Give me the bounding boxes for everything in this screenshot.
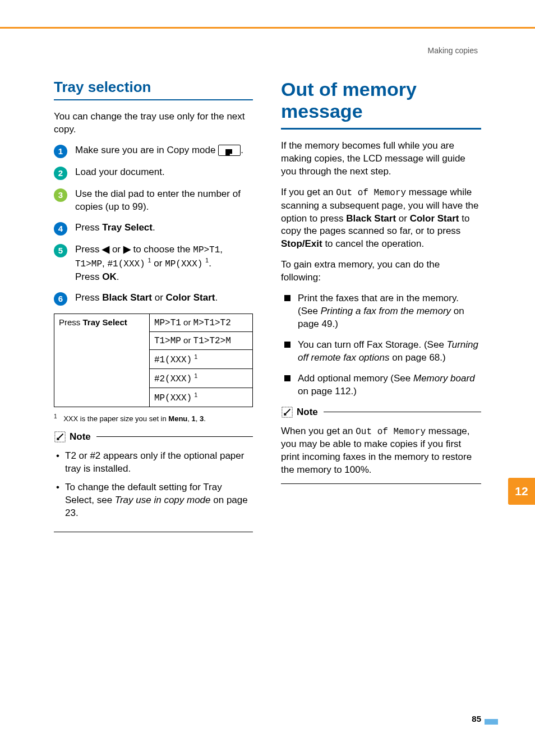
p2-stop-exit: Stop/Exit [281,238,322,249]
step-number-2: 2 [54,167,67,180]
note-icon [281,406,293,418]
rnote-out-of-memory: Out of Memory [356,427,426,437]
note-item-1: T2 or #2 appears only if the optional pa… [56,450,253,476]
step-4-tray-select: Tray Select [102,222,153,233]
p2-black-start: Black Start [346,213,396,224]
table-r1-b: M>T1>T2 [193,318,231,328]
p2-i: to cancel the operation. [322,238,424,249]
p2-e: or [396,213,410,224]
step-6-black-start: Black Start [102,292,152,303]
li2-c: on page 68.) [389,352,445,363]
step-5-or: or [109,244,123,255]
step-1-text-b: . [241,145,243,155]
table-r2-or: or [181,335,193,345]
table-r4-code: #2(XXX) [154,374,192,384]
note-item-2: To change the default setting for Tray S… [56,481,253,520]
table-r3-fn: 1 [194,353,197,360]
table-r3-code: #1(XXX) [154,355,192,365]
rnote-a: When you get an [281,426,356,436]
step-5-press-ok: Press [75,271,102,282]
step-number-5: 5 [54,244,67,257]
content-columns: Tray selection You can change the tray u… [54,79,481,532]
table-r2: T1>MP or T1>T2>M [149,331,252,349]
step-number-6: 6 [54,292,67,306]
right-column: Out of memory message If the memory beco… [281,79,481,532]
page: Making copies Tray selection You can cha… [0,0,535,756]
table-r1-a: MP>T1 [154,318,181,328]
note-icon [54,431,66,443]
table-r5: MP(XXX) 1 [149,388,252,407]
running-head: Making copies [428,46,478,55]
table-r1-or: or [181,317,193,327]
note-body: When you get an Out of Memory message, y… [281,425,481,484]
page-number: 85 [472,714,481,723]
step-6-color-start: Color Start [166,292,215,303]
step-list: 1 Make sure you are in Copy mode . 2 Loa… [54,144,253,306]
right-p3: To gain extra memory, you can do the fol… [281,259,481,284]
step-5-opt4: MP(XXX) [165,259,202,269]
step-5-period: . [209,258,211,269]
step-4-body: Press Tray Select. [75,222,253,234]
footnote-e: , [196,414,200,423]
table-r2-b: T1>T2>M [193,336,231,346]
heading-line-1: Out of memory [281,79,417,100]
table-r4-fn: 1 [194,372,197,379]
right-note: Note When you get an Out of Memory messa… [281,406,481,484]
step-4: 4 Press Tray Select. [54,222,253,236]
p2-color-start: Color Start [410,213,459,224]
table-left-b: Tray Select [83,317,127,327]
step-5-fnref-1: 1 [147,257,151,264]
footnote-g: . [204,414,206,423]
li3-link: Memory board [413,373,475,384]
step-number-4: 4 [54,222,67,236]
left-column: Tray selection You can change the tray u… [54,79,253,532]
table-r5-code: MP(XXX) [154,393,192,403]
memory-options-list: Print the faxes that are in the memory. … [281,292,481,398]
step-5-ok: OK [102,271,117,282]
note-header-line [96,436,253,437]
li3-a: Add optional memory (See [298,373,413,384]
step-4-text-c: . [153,222,155,233]
left-note: Note T2 or #2 appears only if the option… [54,431,253,533]
tray-selection-intro: You can change the tray use only for the… [54,110,253,136]
step-6: 6 Press Black Start or Color Start. [54,292,253,306]
step-5-press: Press [75,244,102,255]
step-5-or2: or [154,258,165,269]
step-6-body: Press Black Start or Color Start. [75,292,253,305]
table-left-cell: Press Tray Select [54,314,150,407]
table-r5-fn: 1 [194,391,197,398]
note-header-line [324,412,481,412]
page-number-bar [485,719,498,725]
table-left-a: Press [59,317,83,327]
li2-a: You can turn off Fax Storage. (See [298,339,447,350]
copy-mode-icon [218,145,241,156]
step-5-opt3: #1(XXX) [107,259,145,269]
step-5-body: Press ◀ or ▶ to choose the MP>T1, T1>MP,… [75,243,253,284]
step-5-text-b: to choose the [131,244,193,255]
note-label: Note [70,431,91,442]
list-item: Print the faxes that are in the memory. … [284,292,481,331]
footnote-menu: Menu [168,414,187,423]
arrow-right-icon: ▶ [123,243,131,256]
note-header: Note [281,406,481,420]
table-r1: MP>T1 or M>T1>T2 [149,314,252,331]
footnote-number: 1 [54,413,57,420]
arrow-left-icon: ◀ [102,243,109,256]
header-rule [0,27,535,29]
tray-select-table: Press Tray Select MP>T1 or M>T1>T2 T1>MP… [54,314,253,407]
footnote-1: 1 XXX is the paper size you set in Menu,… [54,413,253,424]
table-r4: #2(XXX) 1 [149,368,252,388]
chapter-tab: 12 [508,478,535,505]
note-label: Note [297,407,318,418]
step-2: 2 Load your document. [54,166,253,180]
table-r2-a: T1>MP [154,336,181,346]
out-of-memory-heading: Out of memory message [281,79,481,130]
note-header: Note [54,431,253,444]
table-r3: #1(XXX) 1 [149,349,252,368]
step-number-3: 3 [54,188,67,202]
step-6-press: Press [75,292,102,303]
list-item: Add optional memory (See Memory board on… [284,372,481,398]
li1-link: Printing a fax from the memory [321,306,451,316]
step-5-opt2: T1>MP [75,259,102,269]
step-5-opt1: MP>T1 [193,245,220,255]
